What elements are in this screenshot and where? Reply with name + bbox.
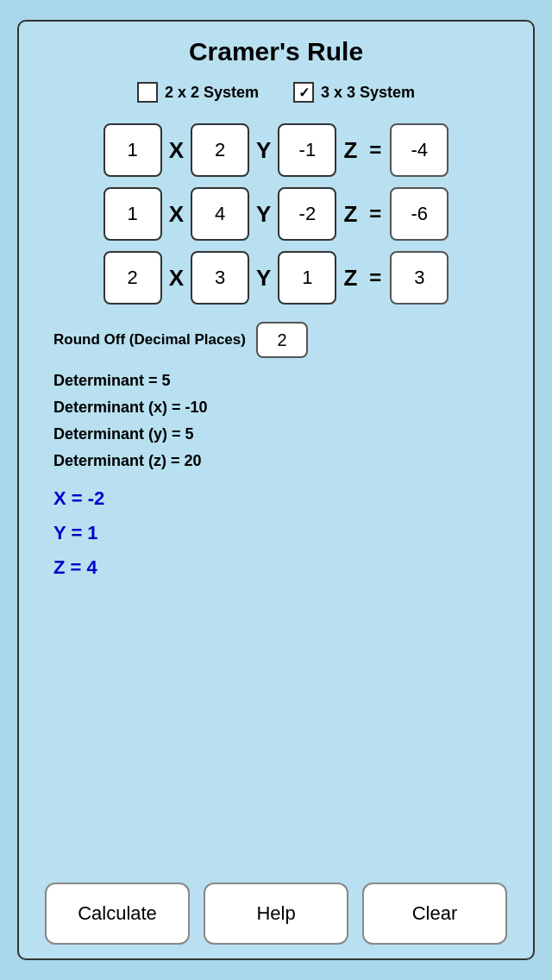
system-option-2x2[interactable]: 2 x 2 System bbox=[137, 82, 259, 103]
determinant-z: Determinant (z) = 20 bbox=[53, 452, 208, 470]
round-off-label: Round Off (Decimal Places) bbox=[53, 331, 246, 349]
results-section: Determinant = 5 Determinant (x) = -10 De… bbox=[53, 372, 208, 470]
system-option-3x3[interactable]: ✓ 3 x 3 System bbox=[293, 82, 415, 103]
var-x-2: X bbox=[169, 201, 184, 228]
clear-button[interactable]: Clear bbox=[362, 883, 507, 945]
solution-x: X = -2 bbox=[53, 487, 104, 510]
equations-section: 1 X 2 Y -1 Z = -4 1 X 4 Y -2 Z = -6 2 X … bbox=[36, 123, 516, 305]
rhs-3[interactable]: 3 bbox=[390, 251, 448, 305]
equals-1: = bbox=[369, 138, 381, 162]
round-off-value[interactable]: 2 bbox=[256, 322, 308, 358]
determinant-main: Determinant = 5 bbox=[53, 372, 208, 390]
system-label-3x3: 3 x 3 System bbox=[321, 84, 415, 102]
coeff-c3[interactable]: 1 bbox=[278, 251, 336, 305]
equals-2: = bbox=[369, 202, 381, 226]
buttons-row: Calculate Help Clear bbox=[36, 883, 516, 945]
var-x-1: X bbox=[169, 137, 184, 164]
coeff-a3[interactable]: 2 bbox=[104, 251, 162, 305]
equation-row-3: 2 X 3 Y 1 Z = 3 bbox=[36, 251, 516, 305]
solution-y: Y = 1 bbox=[53, 522, 104, 544]
var-y-2: Y bbox=[256, 201, 271, 228]
coeff-a1[interactable]: 1 bbox=[104, 123, 162, 177]
checkbox-3x3[interactable]: ✓ bbox=[293, 82, 314, 103]
var-x-3: X bbox=[169, 265, 184, 292]
determinant-y: Determinant (y) = 5 bbox=[53, 425, 208, 443]
coeff-b2[interactable]: 4 bbox=[191, 187, 249, 241]
checkbox-2x2[interactable] bbox=[137, 82, 158, 103]
var-z-2: Z bbox=[343, 201, 357, 228]
solution-section: X = -2 Y = 1 Z = 4 bbox=[53, 487, 104, 579]
var-y-3: Y bbox=[256, 265, 271, 292]
equation-row-2: 1 X 4 Y -2 Z = -6 bbox=[36, 187, 516, 241]
equals-3: = bbox=[369, 266, 381, 290]
app-title: Cramer's Rule bbox=[189, 37, 363, 66]
coeff-c1[interactable]: -1 bbox=[278, 123, 336, 177]
coeff-b1[interactable]: 2 bbox=[191, 123, 249, 177]
solution-z: Z = 4 bbox=[53, 556, 104, 579]
coeff-a2[interactable]: 1 bbox=[104, 187, 162, 241]
determinant-x: Determinant (x) = -10 bbox=[53, 399, 208, 417]
calculate-button[interactable]: Calculate bbox=[45, 883, 190, 945]
var-z-1: Z bbox=[343, 137, 357, 164]
system-label-2x2: 2 x 2 System bbox=[165, 84, 259, 102]
equation-row-1: 1 X 2 Y -1 Z = -4 bbox=[36, 123, 516, 177]
var-z-3: Z bbox=[343, 265, 357, 292]
coeff-c2[interactable]: -2 bbox=[278, 187, 336, 241]
system-selection: 2 x 2 System ✓ 3 x 3 System bbox=[36, 82, 516, 103]
round-off-row: Round Off (Decimal Places) 2 bbox=[53, 322, 308, 358]
help-button[interactable]: Help bbox=[204, 883, 348, 945]
rhs-1[interactable]: -4 bbox=[390, 123, 448, 177]
var-y-1: Y bbox=[256, 137, 271, 164]
rhs-2[interactable]: -6 bbox=[390, 187, 448, 241]
coeff-b3[interactable]: 3 bbox=[191, 251, 249, 305]
main-card: Cramer's Rule 2 x 2 System ✓ 3 x 3 Syste… bbox=[17, 20, 535, 960]
